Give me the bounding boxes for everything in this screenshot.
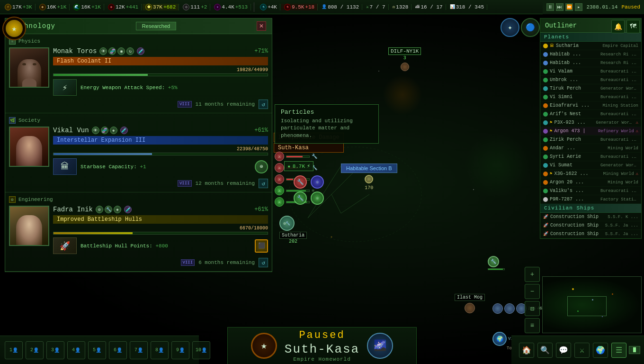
engineering-progress-text: 6670/18000 xyxy=(240,226,268,231)
outliner-habitab2[interactable]: Habitab ... Research Ri ... xyxy=(540,59,641,67)
outliner-p3x923[interactable]: ⚑ P3X-923 ... Generator World ⚠ xyxy=(540,118,641,127)
filter-icon[interactable]: ⊟ xyxy=(525,301,540,316)
andar-type: Mining World xyxy=(608,146,638,151)
engineering-research-card: ⚙ Engineering Fadra Inik ⚙ 🔧 ◈ 🧪 +6 xyxy=(5,192,272,272)
step-button[interactable]: ⏭ xyxy=(556,3,564,11)
physicist-name: Monak Toros xyxy=(53,47,97,55)
enemy-ship-orb-2: ⚔ xyxy=(275,163,284,173)
mini-star-5 xyxy=(602,316,603,317)
outliner-p9r7287[interactable]: P9R-7287 ... Factory Station xyxy=(540,195,641,204)
home-button[interactable]: 🏠 xyxy=(519,343,534,358)
bottom-galaxy-icon[interactable]: 🌌 xyxy=(367,333,393,359)
habitable-section-button[interactable]: Habitable Section B xyxy=(341,164,397,173)
message-button[interactable]: 💬 xyxy=(556,343,571,358)
unity-icon: ✦ xyxy=(214,4,221,10)
outliner-argon473[interactable]: ⚑ Argon 473 | Refinery World ⚠ xyxy=(540,127,641,136)
empire-emblem[interactable]: ★ xyxy=(2,17,26,40)
notifications-icon[interactable]: 🔔 xyxy=(611,20,625,33)
physics-refresh[interactable]: ↺ xyxy=(259,100,268,109)
mini-map-content xyxy=(543,277,641,333)
outliner-panel: Outliner ⚙ Planets 🏛 Sutharia Empire Cap… xyxy=(540,18,642,239)
pause-controls[interactable]: ⏸ ⏭ ⏩ ▸ xyxy=(546,3,582,11)
sutharia-system[interactable]: ⚙🔧 Sutharia 202 xyxy=(279,216,307,244)
dilf-ny1k-system[interactable]: DILF-NY1K 3 xyxy=(388,47,421,73)
galaxy-view-icon[interactable]: ✦ xyxy=(501,18,519,37)
fast-forward-button[interactable]: ⏩ xyxy=(565,3,573,11)
layers-icon[interactable]: ≡ xyxy=(525,318,540,333)
outliner-habitab1[interactable]: Habitab ... Research Ri ... xyxy=(540,50,641,59)
fleet-icon-map-2[interactable] xyxy=(504,303,515,314)
fleet-power-counter: ★ 8.7K ⚡ xyxy=(284,161,313,171)
outliner-syrti[interactable]: Syrti Aerie Bureaucrati ... xyxy=(540,153,641,161)
outliner-eioafrarvi[interactable]: Eioafrarvi ... Mining Station xyxy=(540,101,641,110)
outliner-andar[interactable]: Andar ... Mining World xyxy=(540,144,641,153)
green-planet-2[interactable]: ⚛ xyxy=(311,191,324,205)
food-icon: 🌊 xyxy=(73,4,80,10)
zoom-out-icon[interactable]: − xyxy=(525,284,540,299)
pause-button[interactable]: ⏸ xyxy=(546,3,554,11)
engineering-progress-bar xyxy=(53,232,268,235)
construction-ship-map[interactable]: 🔧 xyxy=(488,256,505,270)
bottom-empire-icon[interactable]: ★ xyxy=(251,333,277,359)
tab-7[interactable]: 7👤 xyxy=(130,341,148,359)
mini-map[interactable] xyxy=(542,276,642,333)
map-settings-icon[interactable]: 🗺 xyxy=(626,20,640,33)
red-planet[interactable]: 🔧 xyxy=(294,175,307,189)
fleet-power-display[interactable]: ★ 8.7K ⚡ xyxy=(284,161,313,171)
outliner-x3g1622[interactable]: ⚑ X3G-1622 ... Mining World ⚠ xyxy=(540,170,641,178)
outliner-cs3[interactable]: 🚀 Construction Ship S.S.F. Ja ... xyxy=(540,230,641,238)
green-planet[interactable]: 🔧 xyxy=(294,191,307,205)
tab-5[interactable]: 5👤 xyxy=(88,341,106,359)
society-refresh[interactable]: ↺ xyxy=(259,179,268,188)
right-ui-tab-bar: 🏠 🔍 💬 ⚔ 🌍 ☰ ▐▌ xyxy=(511,336,644,364)
tab-6[interactable]: 6👤 xyxy=(109,341,127,359)
tech-panel-close[interactable]: ✕ xyxy=(257,21,266,31)
dot-arifsnest xyxy=(543,112,548,117)
outliner-visumat[interactable]: Vi Sumat Generator World xyxy=(540,161,641,170)
tab-8[interactable]: 8👤 xyxy=(151,341,169,359)
outliner-unbrok[interactable]: Unbrok ... Bureaucrati ... xyxy=(540,76,641,84)
tab-1[interactable]: 1👤 xyxy=(5,341,23,359)
outliner-vivalam[interactable]: Vi Valam Bureaucrati ... xyxy=(540,67,641,76)
system-view-icon[interactable]: 🔵 xyxy=(521,18,540,37)
outliner-cs2[interactable]: 🚀 Construction Ship S.S.F. Ja ... xyxy=(540,221,641,230)
planet-list-button[interactable]: 🌍 xyxy=(593,343,608,358)
outliner-valikis[interactable]: Valiku's ... Bureaucrati ... xyxy=(540,187,641,195)
trait-icon-4: ↻ xyxy=(126,47,134,55)
dot-eioafrarvi xyxy=(543,103,548,108)
outliner-arifsnest[interactable]: Arif's Nest Bureaucrati ... xyxy=(540,110,641,118)
tab-9[interactable]: 9👤 xyxy=(171,341,189,359)
outliner-visimni[interactable]: Vi Simni Bureaucrati ... xyxy=(540,93,641,101)
planet-cluster: 🔧 ⚛ 🔧 ⚛ xyxy=(294,175,325,205)
engineering-refresh[interactable]: ↺ xyxy=(259,258,268,267)
tab-2[interactable]: 2👤 xyxy=(26,341,44,359)
zoom-in-icon[interactable]: + xyxy=(525,267,540,282)
habitable-section-area[interactable]: Habitable Section B 170 xyxy=(341,164,397,191)
blue-planet[interactable]: ⚛ xyxy=(311,175,324,189)
outliner-sutharia[interactable]: 🏛 Sutharia Empire Capital xyxy=(540,42,641,50)
physics-card-main: Monak Toros 👁 🧬 ◉ ↻ 🧪 +71% Flash Coolant… xyxy=(9,47,268,109)
fleet-icon-top: ⚔ xyxy=(366,4,368,9)
outliner-tiruk[interactable]: Tiruk Perch Generator World xyxy=(540,84,641,93)
expand-button[interactable]: ▸ xyxy=(575,3,582,11)
fleet-val: 7 / 7 xyxy=(370,4,385,10)
fleet-button[interactable]: ⚔ xyxy=(574,343,590,358)
habitable-num: 170 xyxy=(341,185,397,191)
resource-science: ⚗ +4K xyxy=(257,4,280,10)
menu-button[interactable]: ☰ xyxy=(611,343,626,358)
tab-4[interactable]: 4👤 xyxy=(67,341,85,359)
ilast-mog-system[interactable]: Ilast Mog xyxy=(455,294,485,315)
outliner-argon20[interactable]: Argon 20 ... Mining World xyxy=(540,178,641,187)
fleet-icon-map-1[interactable] xyxy=(492,303,503,314)
x3g1622-alert-icon: ⚠ xyxy=(636,171,638,176)
outliner-zirik[interactable]: Zirik Perch Bureaucrati ... xyxy=(540,136,641,144)
engineering-type-header: ⚙ Engineering xyxy=(9,196,268,203)
physics-progress-fill xyxy=(54,74,148,76)
tab-3[interactable]: 3👤 xyxy=(46,341,64,359)
tab-10[interactable]: 10👤 xyxy=(192,341,210,359)
outliner-cs1[interactable]: 🚀 Construction Ship S.S.F. K ... xyxy=(540,213,641,221)
researched-button[interactable]: Researched xyxy=(136,22,176,30)
dot-visimni xyxy=(543,95,548,100)
physics-effect-img: ⚡ xyxy=(53,79,77,96)
search-button[interactable]: 🔍 xyxy=(537,343,553,358)
